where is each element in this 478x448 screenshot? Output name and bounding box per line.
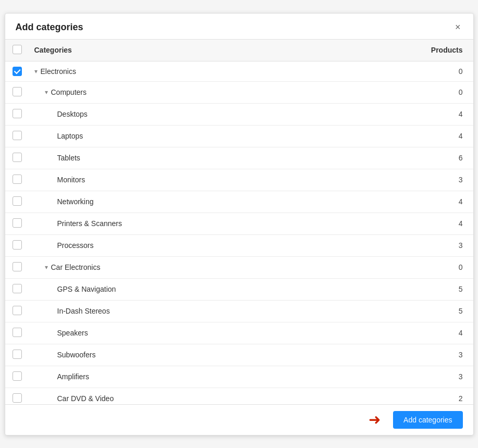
row-category-cell: ▾Car Electronics (28, 256, 328, 278)
category-name-container: Processors (34, 241, 322, 250)
category-name-container: Laptops (34, 132, 322, 140)
header-checkbox[interactable] (13, 45, 22, 54)
header-categories-col: Categories (28, 40, 328, 61)
row-products-cell: 3 (328, 169, 473, 191)
table-row: Tablets6 (5, 147, 473, 169)
category-name-container: ▾Computers (34, 88, 322, 96)
row-checkbox-cell (5, 81, 28, 103)
category-label: Subwoofers (57, 351, 96, 359)
row-checkbox[interactable] (13, 240, 22, 250)
add-categories-button[interactable]: Add categories (393, 411, 462, 429)
row-products-cell: 0 (328, 61, 473, 81)
expand-icon[interactable]: ▾ (45, 89, 48, 96)
category-name-container: ▾Car Electronics (34, 263, 322, 271)
category-name-container: ▾Electronics (34, 67, 322, 76)
category-name-container: Speakers (34, 329, 322, 337)
category-label: Networking (57, 197, 94, 206)
table-row: In-Dash Stereos5 (5, 300, 473, 322)
row-checkbox[interactable] (13, 393, 22, 403)
row-checkbox[interactable] (13, 328, 22, 337)
modal-footer: ➜ Add categories (5, 404, 473, 435)
table-row: ▾Computers0 (5, 81, 473, 103)
row-checkbox[interactable] (13, 196, 22, 206)
row-category-cell: ▾Electronics (28, 61, 328, 81)
category-label: Car Electronics (51, 263, 101, 271)
category-label: In-Dash Stereos (57, 307, 110, 315)
category-label: Computers (51, 88, 87, 96)
row-products-cell: 6 (328, 147, 473, 169)
table-row: ▾Car Electronics0 (5, 256, 473, 278)
row-checkbox-cell (5, 191, 28, 213)
row-category-cell: Laptops (28, 125, 328, 147)
row-checkbox[interactable] (13, 67, 22, 76)
row-products-cell: 4 (328, 322, 473, 344)
row-checkbox[interactable] (13, 306, 22, 315)
row-checkbox-cell (5, 147, 28, 169)
row-checkbox-cell (5, 322, 28, 344)
row-checkbox[interactable] (13, 371, 22, 381)
row-products-cell: 4 (328, 103, 473, 125)
table-row: Car DVD & Video2 (5, 388, 473, 404)
row-checkbox[interactable] (13, 262, 22, 271)
table-row: GPS & Navigation5 (5, 278, 473, 300)
row-products-cell: 0 (328, 81, 473, 103)
arrow-hint: ➜ (369, 411, 385, 428)
row-checkbox[interactable] (13, 218, 22, 228)
expand-icon[interactable]: ▾ (45, 264, 48, 271)
expand-icon[interactable]: ▾ (34, 68, 38, 75)
category-name-container: Car DVD & Video (34, 394, 322, 403)
category-name-container: Monitors (34, 176, 322, 184)
row-products-cell: 3 (328, 234, 473, 256)
arrow-icon: ➜ (369, 411, 381, 428)
table-row: Amplifiers3 (5, 366, 473, 388)
category-name-container: Amplifiers (34, 372, 322, 381)
row-checkbox-cell (5, 103, 28, 125)
table-header-row: Categories Products (5, 40, 473, 61)
row-checkbox-cell (5, 234, 28, 256)
row-checkbox[interactable] (13, 284, 22, 293)
header-products-col: Products (328, 40, 473, 61)
category-label: Electronics (41, 67, 76, 76)
row-category-cell: GPS & Navigation (28, 278, 328, 300)
row-category-cell: Printers & Scanners (28, 213, 328, 234)
row-checkbox[interactable] (13, 175, 22, 184)
modal-title: Add categories (16, 22, 83, 33)
row-checkbox[interactable] (13, 87, 22, 96)
row-products-cell: 0 (328, 256, 473, 278)
category-name-container: Desktops (34, 110, 322, 118)
table-row: Processors3 (5, 234, 473, 256)
row-category-cell: ▾Computers (28, 81, 328, 103)
row-category-cell: Monitors (28, 169, 328, 191)
category-name-container: Subwoofers (34, 351, 322, 359)
row-checkbox-cell (5, 366, 28, 388)
row-checkbox[interactable] (13, 109, 22, 118)
category-label: Processors (57, 241, 94, 250)
category-name-container: GPS & Navigation (34, 285, 322, 293)
categories-table-container: Categories Products ▾Electronics0▾Comput… (5, 40, 473, 404)
row-checkbox-cell (5, 278, 28, 300)
category-label: Amplifiers (57, 372, 89, 381)
table-row: Printers & Scanners4 (5, 213, 473, 234)
table-row: Monitors3 (5, 169, 473, 191)
category-label: Speakers (57, 329, 88, 337)
category-name-container: Tablets (34, 154, 322, 162)
table-row: Networking4 (5, 191, 473, 213)
category-label: Printers & Scanners (57, 219, 122, 228)
row-checkbox[interactable] (13, 350, 22, 359)
row-checkbox-cell (5, 125, 28, 147)
table-row: Subwoofers3 (5, 344, 473, 366)
row-checkbox[interactable] (13, 153, 22, 162)
row-category-cell: In-Dash Stereos (28, 300, 328, 322)
table-body: ▾Electronics0▾Computers0Desktops4Laptops… (5, 61, 473, 404)
table-row: Laptops4 (5, 125, 473, 147)
row-products-cell: 4 (328, 191, 473, 213)
row-products-cell: 5 (328, 300, 473, 322)
close-button[interactable]: × (453, 22, 463, 32)
row-products-cell: 4 (328, 213, 473, 234)
row-checkbox[interactable] (13, 131, 22, 140)
row-products-cell: 2 (328, 388, 473, 404)
table-row: Speakers4 (5, 322, 473, 344)
header-check-col (5, 40, 28, 61)
row-category-cell: Networking (28, 191, 328, 213)
row-checkbox-cell (5, 256, 28, 278)
